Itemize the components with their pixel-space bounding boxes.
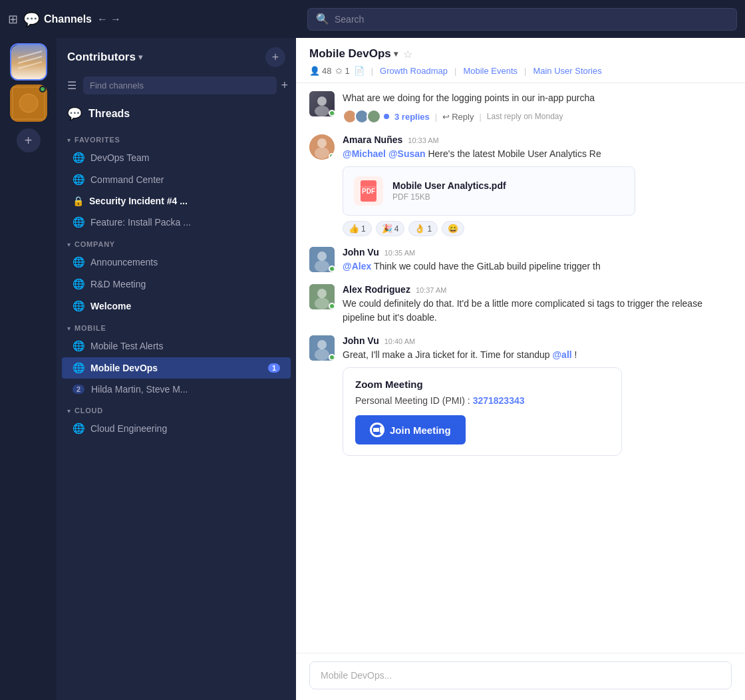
timestamp: 10:33 AM <box>408 136 438 144</box>
chat-header: Mobile DevOps ▾ ☆ 👤 48 ✩ 1 📄 | Growth <box>296 38 745 83</box>
workspace-name[interactable]: Contributors ▾ <box>67 51 142 64</box>
sidebar-item-announcements[interactable]: 🌐 Announcements <box>62 252 291 273</box>
members-count: 48 <box>322 66 331 76</box>
mention-susan[interactable]: @Susan <box>388 148 426 159</box>
sidebar-item-command-center[interactable]: 🌐 Command Center <box>62 169 291 190</box>
search-input[interactable] <box>335 14 728 25</box>
sidebar-item-cloud-engineering[interactable]: 🌐 Cloud Engineering <box>62 418 291 439</box>
main-layout: + Contributors ▾ + ☰ + 💬 Threads ▾ FAVOR… <box>0 38 745 700</box>
workspace-name-label: Contributors <box>67 51 136 64</box>
sidebar-item-mobile-devops[interactable]: 🌐 Mobile DevOps 1 <box>62 357 291 379</box>
pmi-value[interactable]: 3271823343 <box>473 395 525 406</box>
message-input-area <box>296 653 745 700</box>
sidebar-item-feature-install[interactable]: 🌐 Feature: Install Packa ... <box>62 212 291 233</box>
grid-icon[interactable]: ⊞ <box>8 12 18 27</box>
chat-area: Mobile DevOps ▾ ☆ 👤 48 ✩ 1 📄 | Growth <box>296 38 745 700</box>
file-name: Mobile User Analytics.pdf <box>392 180 506 191</box>
workspace-icon-2[interactable] <box>10 85 47 122</box>
online-indicator <box>329 354 335 361</box>
workspace-icon-1[interactable] <box>10 43 47 81</box>
svg-point-8 <box>315 106 329 116</box>
svg-point-15 <box>317 252 327 261</box>
svg-point-16 <box>315 260 329 272</box>
reaction-thumbsup[interactable]: 👍 1 <box>343 221 372 236</box>
forward-button[interactable]: → <box>110 13 121 25</box>
section-favorites-header[interactable]: ▾ FAVORITES <box>57 129 296 146</box>
message-header: Alex Rodriguez 10:37 AM <box>343 284 732 295</box>
message-content: John Vu 10:40 AM Great, I'll make a Jira… <box>343 335 732 456</box>
back-button[interactable]: ← <box>97 13 108 25</box>
sidebar-item-mobile-test-alerts[interactable]: 🌐 Mobile Test Alerts <box>62 335 291 357</box>
separator: | <box>435 112 437 122</box>
find-channels-input[interactable] <box>83 77 277 94</box>
message-text: @Michael @Susan Here's the latest Mobile… <box>343 147 732 161</box>
section-cloud-header[interactable]: ▾ CLOUD <box>57 400 296 417</box>
zoom-card: Zoom Meeting Personal Meeting ID (PMI) :… <box>343 367 622 456</box>
online-indicator <box>329 110 335 116</box>
add-channel-button[interactable]: + <box>265 47 285 67</box>
online-indicator <box>329 265 335 272</box>
reaction-smile[interactable]: 😄 <box>442 221 464 236</box>
mention-michael[interactable]: @Michael <box>343 148 386 159</box>
message-content: Alex Rodriguez 10:37 AM We could definit… <box>343 284 732 325</box>
table-row: John Vu 10:35 AM @Alex Think we could ha… <box>309 247 732 273</box>
channel-dropdown-icon[interactable]: ▾ <box>394 49 398 59</box>
add-workspace-button[interactable]: + <box>17 128 41 152</box>
channel-name-devops-team: DevOps Team <box>90 152 280 163</box>
channel-name-hilda-martin: Hilda Martin, Steve M... <box>91 384 280 395</box>
separator-2: | <box>454 66 456 76</box>
reactions-row: 👍 1 🎉 4 👌 1 😄 <box>343 221 732 236</box>
sidebar-item-rd-meeting[interactable]: 🌐 R&D Meeting <box>62 273 291 295</box>
mobile-devops-badge: 1 <box>268 363 280 373</box>
doc-meta: 📄 <box>354 66 365 76</box>
channels-list: ▾ FAVORITES 🌐 DevOps Team 🌐 Command Cent… <box>57 126 296 700</box>
svg-point-6 <box>19 94 38 112</box>
sidebar-item-welcome[interactable]: 🌐 Welcome <box>62 295 291 317</box>
doc-icon: 📄 <box>354 66 365 76</box>
search-bar[interactable]: 🔍 <box>307 8 737 31</box>
mobile-events-tab[interactable]: Mobile Events <box>463 66 518 76</box>
replies-row: 3 replies | ↩ Reply | Last reply on Mond… <box>343 109 732 124</box>
separator-1: | <box>371 66 373 76</box>
sidebar-item-hilda-martin[interactable]: 2 Hilda Martin, Steve M... <box>62 379 291 399</box>
svg-rect-24 <box>373 428 379 432</box>
message-text: Great, I'll make a Jira ticket for it. T… <box>343 348 732 362</box>
sidebar-item-devops-team[interactable]: 🌐 DevOps Team <box>62 147 291 168</box>
message-header: John Vu 10:40 AM <box>343 335 732 346</box>
star-icon[interactable]: ☆ <box>403 48 412 61</box>
mention-alex[interactable]: @Alex <box>343 261 371 271</box>
chat-channel-name: Mobile DevOps <box>309 47 391 61</box>
separator-3: | <box>524 66 526 76</box>
timestamp: 10:35 AM <box>384 249 415 257</box>
join-meeting-label: Join Meeting <box>390 425 451 436</box>
workspace-dropdown-icon: ▾ <box>138 53 142 62</box>
sidebar-item-security-incident[interactable]: 🔒 Security Incident #4 ... <box>62 191 291 211</box>
main-user-stories-tab[interactable]: Main User Stories <box>533 66 601 76</box>
message-body: Here's the latest Mobile User Analytics … <box>428 148 601 159</box>
emoji: 👌 <box>414 224 425 234</box>
file-attachment[interactable]: PDF Mobile User Analytics.pdf PDF 15KB <box>343 166 635 216</box>
replies-count[interactable]: 3 replies <box>394 112 430 122</box>
channel-name-feature-install: Feature: Install Packa ... <box>90 217 280 228</box>
reaction-ok[interactable]: 👌 1 <box>408 221 438 236</box>
last-reply-label: Last reply on Monday <box>487 112 563 121</box>
section-company-header[interactable]: ▾ COMPANY <box>57 234 296 251</box>
reply-button[interactable]: ↩ Reply <box>442 112 474 122</box>
table-row: John Vu 10:40 AM Great, I'll make a Jira… <box>309 335 732 456</box>
reply-avatars <box>343 109 378 124</box>
growth-roadmap-tab[interactable]: Growth Roadmap <box>380 66 448 76</box>
join-meeting-button[interactable]: Join Meeting <box>355 415 466 444</box>
reaction-clap[interactable]: 🎉 4 <box>376 221 405 236</box>
emoji: 👍 <box>349 224 359 234</box>
message-input[interactable] <box>309 661 732 689</box>
cloud-collapse-icon: ▾ <box>67 407 71 415</box>
mention-all[interactable]: @all <box>552 349 571 360</box>
threads-item[interactable]: 💬 Threads <box>57 101 296 126</box>
pinned-meta: ✩ 1 <box>335 66 349 76</box>
members-meta: 👤 48 <box>309 66 331 76</box>
filter-button[interactable]: ☰ <box>65 77 79 94</box>
sender-name: Amara Nuñes <box>343 134 402 145</box>
add-channel-icon-button[interactable]: + <box>281 79 288 92</box>
sidebar-icons: + <box>0 38 57 700</box>
section-mobile-header[interactable]: ▾ MOBILE <box>57 317 296 335</box>
